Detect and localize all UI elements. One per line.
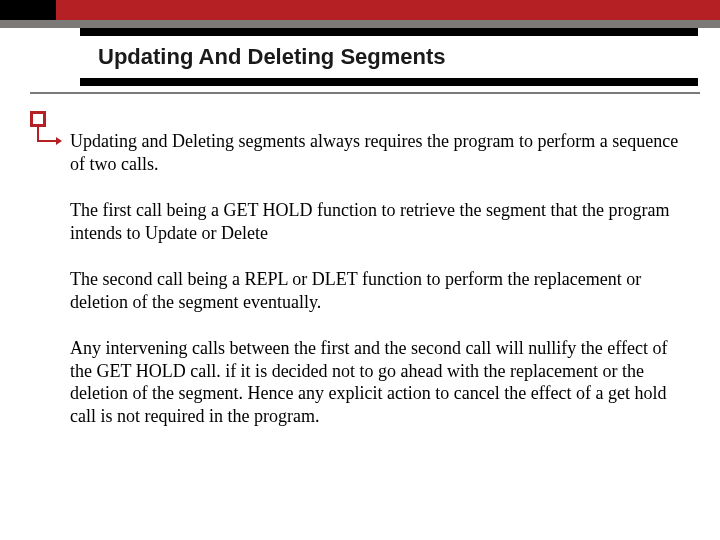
title-box: Updating And Deleting Segments	[80, 28, 698, 86]
paragraph-3: The second call being a REPL or DLET fun…	[70, 268, 688, 313]
divider-line	[30, 92, 700, 94]
paragraph-4: Any intervening calls between the first …	[70, 337, 688, 427]
header-gray-bar	[0, 20, 720, 28]
slide-title: Updating And Deleting Segments	[98, 44, 680, 70]
header-black-corner	[0, 0, 56, 20]
title-inner: Updating And Deleting Segments	[80, 36, 698, 78]
arrow-head-icon	[56, 137, 62, 145]
content-area: Updating and Deleting segments always re…	[70, 130, 688, 451]
slide: Updating And Deleting Segments Updating …	[0, 0, 720, 540]
bullet-square-icon	[30, 111, 46, 127]
paragraph-2: The first call being a GET HOLD function…	[70, 199, 688, 244]
paragraph-1: Updating and Deleting segments always re…	[70, 130, 688, 175]
header-red-bar	[0, 0, 720, 20]
